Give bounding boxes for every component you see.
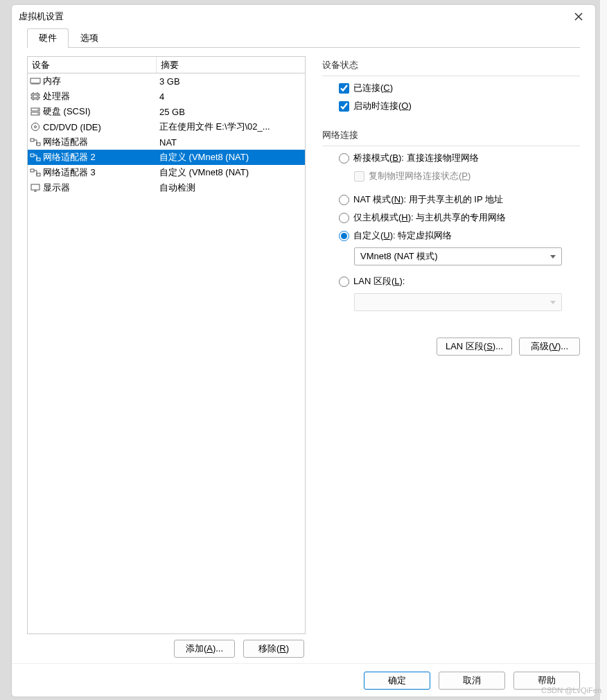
svg-rect-0 [30,78,40,83]
net-icon [28,152,43,162]
disk-icon [28,107,43,116]
device-row[interactable]: 处理器4 [28,89,305,104]
tabs: 硬件 选项 [12,28,595,48]
device-name: 处理器 [43,90,157,103]
replicate-label: 复制物理网络连接状态(P) [369,170,470,182]
svg-point-5 [37,109,39,110]
custom-radio[interactable] [339,231,349,241]
device-name: 内存 [43,75,157,87]
device-name: 网络适配器 [43,136,157,148]
device-summary: 正在使用文件 E:\学习\02_... [157,121,305,133]
custom-network-select[interactable]: VMnet8 (NAT 模式) [354,247,562,265]
svg-rect-14 [37,173,40,176]
network-connection-label: 网络连接 [322,129,580,141]
device-summary: 自定义 (VMnet8 (NAT) [157,151,305,164]
device-name: 硬盘 (SCSI) [43,105,157,118]
lan-segments-button[interactable]: LAN 区段(S)... [437,338,512,356]
header-summary[interactable]: 摘要 [157,57,305,73]
cd-icon [28,122,43,132]
device-status-label: 设备状态 [322,59,580,71]
display-icon [28,183,43,193]
lan-radio[interactable] [339,277,349,287]
lan-segment-select [354,293,562,311]
watermark: CSDN @LvQiFen [541,686,601,694]
connect-on-start-checkbox[interactable] [339,101,349,112]
nat-label[interactable]: NAT 模式(N): 用于共享主机的 IP 地址 [353,193,503,206]
svg-point-7 [32,123,39,131]
svg-rect-12 [37,158,40,161]
device-name: 网络适配器 3 [43,166,157,179]
device-summary: 自动检测 [157,182,305,194]
device-list: 设备 摘要 内存3 GB处理器4硬盘 (SCSI)25 GBCD/DVD (ID… [27,56,306,634]
device-row[interactable]: 硬盘 (SCSI)25 GB [28,104,305,119]
device-row[interactable]: 内存3 GB [28,73,305,89]
svg-rect-13 [30,169,34,172]
svg-rect-2 [33,95,37,98]
device-summary: NAT [157,137,305,148]
svg-rect-11 [30,154,34,157]
device-summary: 自定义 (VMnet8 (NAT) [157,166,305,179]
ok-button[interactable]: 确定 [364,672,430,690]
lan-label[interactable]: LAN 区段(L): [353,275,405,288]
device-name: CD/DVD (IDE) [43,122,157,132]
cpu-icon [28,91,43,101]
device-name: 网络适配器 2 [43,151,157,164]
dialog-title: 虚拟机设置 [19,10,569,23]
svg-point-6 [37,113,39,114]
tab-options[interactable]: 选项 [69,28,110,48]
close-icon [574,12,583,21]
titlebar: 虚拟机设置 [12,5,595,28]
device-row[interactable]: 网络适配器 3自定义 (VMnet8 (NAT) [28,165,305,180]
device-row[interactable]: 网络适配器NAT [28,134,305,150]
memory-icon [28,76,43,86]
vm-settings-dialog: 虚拟机设置 硬件 选项 设备 摘要 内存3 GB处理器4硬盘 (SCSI)25 … [11,4,596,697]
net-icon [28,137,43,147]
add-button[interactable]: 添加(A)... [174,640,235,658]
svg-point-8 [35,126,37,128]
remove-button[interactable]: 移除(R) [243,640,304,658]
svg-rect-9 [30,139,34,141]
hostonly-radio[interactable] [339,213,349,223]
svg-rect-10 [37,143,40,146]
hostonly-label[interactable]: 仅主机模式(H): 与主机共享的专用网络 [353,211,506,224]
nat-radio[interactable] [339,195,349,205]
device-row[interactable]: CD/DVD (IDE)正在使用文件 E:\学习\02_... [28,119,305,134]
device-summary: 4 [157,91,305,102]
custom-label[interactable]: 自定义(U): 特定虚拟网络 [353,229,452,242]
connected-checkbox[interactable] [339,83,349,94]
connect-on-start-label[interactable]: 启动时连接(O) [353,100,412,112]
tab-hardware[interactable]: 硬件 [27,28,69,48]
header-device[interactable]: 设备 [28,57,157,73]
device-summary: 25 GB [157,107,305,117]
close-button[interactable] [569,7,588,26]
chevron-down-icon [550,301,556,304]
svg-rect-15 [31,184,39,190]
advanced-button[interactable]: 高级(V)... [519,338,580,356]
bridged-radio[interactable] [339,153,349,164]
replicate-checkbox [354,171,364,182]
device-row[interactable]: 网络适配器 2自定义 (VMnet8 (NAT) [28,150,305,165]
device-name: 显示器 [43,182,157,194]
device-row[interactable]: 显示器自动检测 [28,180,305,195]
device-summary: 3 GB [157,76,305,87]
chevron-down-icon [550,255,556,259]
bridged-label[interactable]: 桥接模式(B): 直接连接物理网络 [353,152,479,164]
cancel-button[interactable]: 取消 [439,672,505,690]
connected-label[interactable]: 已连接(C) [353,82,393,94]
net-icon [28,168,43,177]
